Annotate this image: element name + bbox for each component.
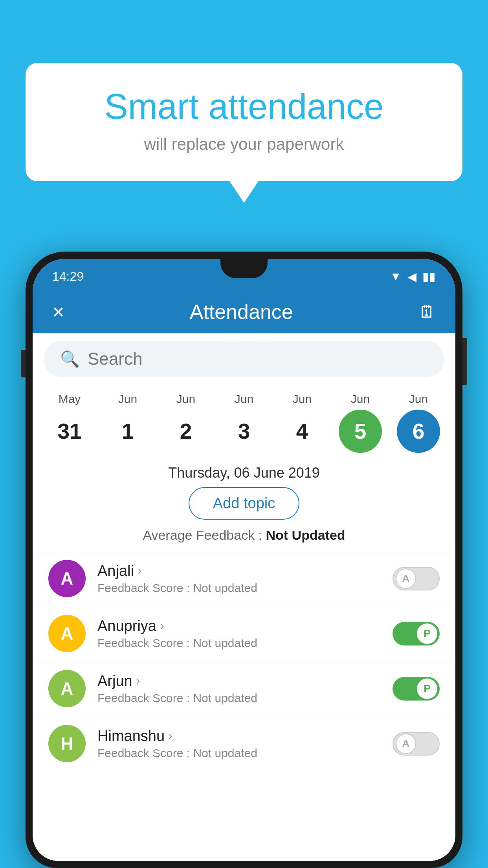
student-avatar: A xyxy=(48,560,86,597)
chevron-icon: › xyxy=(138,565,141,577)
chevron-icon: › xyxy=(160,620,164,632)
student-info: Anupriya ›Feedback Score : Not updated xyxy=(97,618,381,650)
cal-date-number[interactable]: 31 xyxy=(48,410,91,453)
toggle-knob: P xyxy=(417,623,437,644)
attendance-toggle[interactable]: P xyxy=(393,622,440,645)
search-bar[interactable]: 🔍 xyxy=(44,341,444,377)
cal-month-label: Jun xyxy=(293,392,312,406)
cal-month-label: Jun xyxy=(409,392,428,406)
speech-bubble: Smart attendance will replace your paper… xyxy=(26,63,462,181)
phone-screen: 14:29 ▼ ◀ ▮▮ × Attendance 🗓 🔍 May31Jun1J… xyxy=(33,259,455,861)
add-topic-button[interactable]: Add topic xyxy=(189,487,299,520)
selected-date-label: Thursday, 06 June 2019 xyxy=(33,457,455,487)
student-feedback: Feedback Score : Not updated xyxy=(97,636,381,650)
student-info: Himanshu ›Feedback Score : Not updated xyxy=(97,728,381,760)
attendance-toggle[interactable]: A xyxy=(393,732,440,756)
avg-feedback-label: Average Feedback : xyxy=(143,528,262,542)
phone-power-button xyxy=(462,338,467,385)
calendar-day-5[interactable]: Jun5 xyxy=(333,392,388,453)
calendar-day-0[interactable]: May31 xyxy=(42,392,97,453)
avg-feedback-value: Not Updated xyxy=(266,528,345,542)
student-name[interactable]: Arjun › xyxy=(97,673,381,690)
cal-date-number[interactable]: 3 xyxy=(222,410,266,453)
app-header: × Attendance 🗓 xyxy=(33,290,455,333)
toggle-knob: A xyxy=(396,734,416,754)
cal-date-number[interactable]: 4 xyxy=(281,410,324,453)
phone-volume-button xyxy=(21,350,26,377)
chevron-icon: › xyxy=(169,730,172,742)
calendar-day-3[interactable]: Jun3 xyxy=(216,392,272,453)
status-icons: ▼ ◀ ▮▮ xyxy=(390,270,436,283)
cal-date-number[interactable]: 2 xyxy=(164,410,207,453)
speech-bubble-title: Smart attendance xyxy=(57,86,431,127)
student-name[interactable]: Himanshu › xyxy=(97,728,381,745)
student-avatar: A xyxy=(48,615,86,652)
phone-frame: 14:29 ▼ ◀ ▮▮ × Attendance 🗓 🔍 May31Jun1J… xyxy=(26,252,462,868)
calendar-strip: May31Jun1Jun2Jun3Jun4Jun5Jun6 xyxy=(33,384,455,457)
cal-date-number[interactable]: 5 xyxy=(339,410,382,453)
student-avatar: H xyxy=(48,725,86,762)
search-icon: 🔍 xyxy=(60,350,80,368)
cal-month-label: Jun xyxy=(235,392,253,406)
calendar-day-6[interactable]: Jun6 xyxy=(391,392,446,453)
student-name[interactable]: Anjali › xyxy=(97,563,381,579)
calendar-day-1[interactable]: Jun1 xyxy=(100,392,155,453)
cal-month-label: May xyxy=(59,392,81,406)
chevron-icon: › xyxy=(136,675,140,687)
student-info: Anjali ›Feedback Score : Not updated xyxy=(97,563,381,595)
status-time: 14:29 xyxy=(52,269,84,284)
student-item[interactable]: AArjun ›Feedback Score : Not updatedP xyxy=(33,661,455,716)
speech-bubble-subtitle: will replace your paperwork xyxy=(57,135,431,154)
student-info: Arjun ›Feedback Score : Not updated xyxy=(97,673,381,705)
phone-notch xyxy=(220,259,268,278)
cal-month-label: Jun xyxy=(118,392,137,406)
header-title: Attendance xyxy=(190,300,293,324)
student-feedback: Feedback Score : Not updated xyxy=(97,581,381,595)
student-list: AAnjali ›Feedback Score : Not updatedAAA… xyxy=(33,551,455,771)
cal-month-label: Jun xyxy=(176,392,195,406)
student-feedback: Feedback Score : Not updated xyxy=(97,691,381,705)
avg-feedback: Average Feedback : Not Updated xyxy=(33,528,455,551)
cal-month-label: Jun xyxy=(351,392,370,406)
student-item[interactable]: AAnjali ›Feedback Score : Not updatedA xyxy=(33,551,455,606)
toggle-knob: A xyxy=(396,568,416,589)
cal-date-number[interactable]: 6 xyxy=(397,410,440,453)
battery-icon: ▮▮ xyxy=(422,270,436,283)
attendance-toggle[interactable]: P xyxy=(393,677,440,701)
toggle-knob: P xyxy=(417,679,437,699)
close-button[interactable]: × xyxy=(52,300,64,324)
student-feedback: Feedback Score : Not updated xyxy=(97,747,381,760)
calendar-icon[interactable]: 🗓 xyxy=(418,302,436,322)
student-name[interactable]: Anupriya › xyxy=(97,618,381,634)
student-item[interactable]: HHimanshu ›Feedback Score : Not updatedA xyxy=(33,716,455,771)
attendance-toggle[interactable]: A xyxy=(393,567,440,590)
signal-icon: ◀ xyxy=(407,270,416,283)
cal-date-number[interactable]: 1 xyxy=(106,410,149,453)
wifi-icon: ▼ xyxy=(390,270,402,283)
calendar-day-2[interactable]: Jun2 xyxy=(158,392,213,453)
student-avatar: A xyxy=(48,670,86,707)
calendar-day-4[interactable]: Jun4 xyxy=(275,392,330,453)
student-item[interactable]: AAnupriya ›Feedback Score : Not updatedP xyxy=(33,606,455,661)
search-input[interactable] xyxy=(88,349,428,369)
